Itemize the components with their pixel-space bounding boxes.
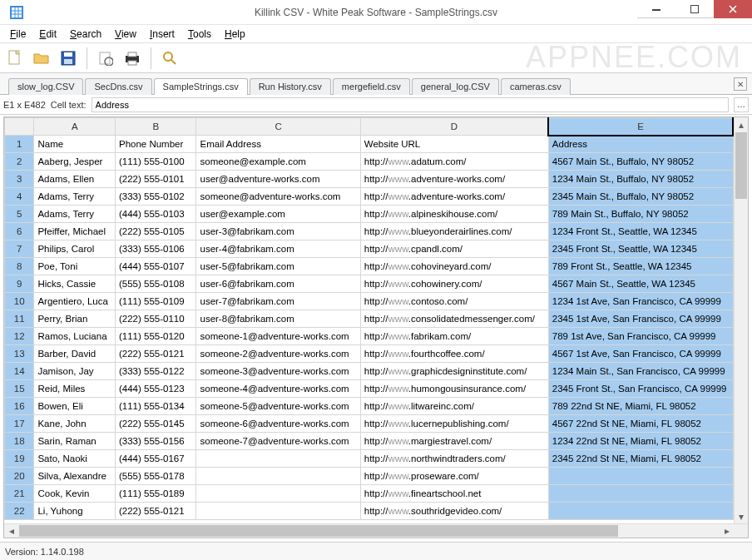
cell-text-input[interactable]: [92, 97, 729, 112]
cell[interactable]: Sarin, Raman: [34, 433, 116, 450]
cell[interactable]: user-8@fabrikam.com: [196, 310, 360, 328]
row-header[interactable]: 19: [5, 450, 34, 468]
cell[interactable]: http://www.northwindtraders.com/: [360, 450, 548, 468]
scroll-down-icon[interactable]: ▾: [735, 509, 748, 523]
column-header[interactable]: A: [34, 118, 116, 136]
cell[interactable]: http://www.cpandl.com/: [360, 240, 548, 258]
cell[interactable]: http://www.fourthcoffee.com/: [360, 345, 548, 363]
cell[interactable]: 4567 Main St., Seattle, WA 12345: [548, 275, 733, 293]
close-button[interactable]: [714, 0, 752, 18]
menu-insert[interactable]: Insert: [143, 27, 181, 42]
cell[interactable]: (111) 555-0120: [115, 328, 196, 345]
menu-file[interactable]: File: [3, 27, 32, 42]
column-header[interactable]: B: [115, 118, 196, 136]
cell[interactable]: someone@example.com: [196, 153, 360, 171]
cell[interactable]: Pfeiffer, Michael: [34, 223, 116, 240]
cell[interactable]: 1234 1st Ave, San Francisco, CA 99999: [548, 293, 733, 310]
save-button[interactable]: [57, 47, 80, 70]
cell[interactable]: user@example.com: [196, 206, 360, 223]
cell[interactable]: (222) 555-0121: [115, 345, 196, 363]
cell[interactable]: (222) 555-0110: [115, 310, 196, 328]
scroll-up-icon[interactable]: ▴: [735, 117, 748, 131]
file-tab[interactable]: general_log.CSV: [412, 78, 499, 95]
find-button[interactable]: [158, 47, 181, 70]
cell[interactable]: http://www.humongousinsurance.com/: [360, 380, 548, 398]
cell[interactable]: http://www.alpineskihouse.com/: [360, 206, 548, 223]
file-tab[interactable]: Run History.csv: [250, 78, 331, 95]
column-header[interactable]: C: [196, 118, 360, 136]
menu-help[interactable]: Help: [218, 27, 252, 42]
cell[interactable]: (555) 555-0178: [115, 468, 196, 485]
cell[interactable]: someone-3@adventure-works.com: [196, 363, 360, 380]
cell[interactable]: Li, Yuhong: [34, 503, 116, 520]
menu-edit[interactable]: Edit: [32, 27, 63, 42]
cell[interactable]: (555) 555-0108: [115, 275, 196, 293]
cell-bar-expand-button[interactable]: …: [734, 97, 749, 112]
scroll-right-icon[interactable]: ▸: [720, 524, 734, 538]
row-header[interactable]: 16: [5, 398, 34, 415]
cell[interactable]: 2345 22nd St NE, Miami, FL 98052: [548, 450, 733, 468]
cell[interactable]: (222) 555-0105: [115, 223, 196, 240]
horizontal-scrollbar[interactable]: ◂ ▸: [4, 523, 748, 538]
data-grid[interactable]: ABCDE 1NamePhone NumberEmail AddressWebs…: [4, 117, 734, 520]
cell[interactable]: 789 Main St., Buffalo, NY 98052: [548, 206, 733, 223]
file-tab[interactable]: cameras.csv: [501, 78, 571, 95]
row-header[interactable]: 4: [5, 188, 34, 206]
cell[interactable]: (222) 555-0121: [115, 503, 196, 520]
cell[interactable]: (111) 555-0134: [115, 398, 196, 415]
cell[interactable]: [196, 503, 360, 520]
cell[interactable]: Aaberg, Jesper: [34, 153, 116, 171]
cell[interactable]: http://www.adventure-works.com/: [360, 188, 548, 206]
cell[interactable]: http://www.graphicdesigninstitute.com/: [360, 363, 548, 380]
cell[interactable]: http://www.margiestravel.com/: [360, 433, 548, 450]
cell[interactable]: http://www.consolidatedmessenger.com/: [360, 310, 548, 328]
row-header[interactable]: 1: [5, 136, 34, 153]
cell[interactable]: [548, 485, 733, 503]
row-header[interactable]: 11: [5, 310, 34, 328]
cell[interactable]: (444) 555-0123: [115, 380, 196, 398]
cell[interactable]: Phone Number: [115, 136, 196, 153]
row-header[interactable]: 22: [5, 503, 34, 520]
cell[interactable]: http://www.litwareinc.com/: [360, 398, 548, 415]
row-header[interactable]: 21: [5, 485, 34, 503]
row-header[interactable]: 2: [5, 153, 34, 171]
menu-search[interactable]: Search: [63, 27, 108, 42]
column-header[interactable]: E: [548, 118, 733, 136]
cell[interactable]: 4567 1st Ave, San Francisco, CA 99999: [548, 345, 733, 363]
file-tab[interactable]: SecDns.csv: [85, 78, 151, 95]
cell[interactable]: (111) 555-0100: [115, 153, 196, 171]
vertical-scrollbar[interactable]: ▴ ▾: [734, 117, 748, 523]
scroll-left-icon[interactable]: ◂: [4, 524, 18, 538]
row-header[interactable]: 20: [5, 468, 34, 485]
new-file-button[interactable]: [3, 47, 27, 70]
cell[interactable]: http://www.fabrikam.com/: [360, 328, 548, 345]
cell[interactable]: someone-4@adventure-works.com: [196, 380, 360, 398]
cell[interactable]: (333) 555-0156: [115, 433, 196, 450]
cell[interactable]: (444) 555-0107: [115, 258, 196, 275]
file-tab[interactable]: SampleStrings.csv: [154, 78, 248, 95]
row-header[interactable]: 7: [5, 240, 34, 258]
scroll-thumb[interactable]: [735, 132, 747, 199]
cell[interactable]: 1234 Main St., San Francisco, CA 99999: [548, 363, 733, 380]
cell[interactable]: someone-1@adventure-works.com: [196, 328, 360, 345]
cell[interactable]: Adams, Terry: [34, 206, 116, 223]
cell[interactable]: 2345 Front St., San Francisco, CA 99999: [548, 380, 733, 398]
cell[interactable]: user@adventure-works.com: [196, 171, 360, 188]
cell[interactable]: http://www.southridgevideo.com/: [360, 503, 548, 520]
cell[interactable]: Ramos, Luciana: [34, 328, 116, 345]
cell[interactable]: Adams, Ellen: [34, 171, 116, 188]
cell[interactable]: Adams, Terry: [34, 188, 116, 206]
cell[interactable]: Kane, John: [34, 415, 116, 433]
cell[interactable]: (333) 555-0102: [115, 188, 196, 206]
cell[interactable]: someone@adventure-works.com: [196, 188, 360, 206]
cell[interactable]: user-5@fabrikam.com: [196, 258, 360, 275]
menu-view[interactable]: View: [108, 27, 143, 42]
cell[interactable]: Bowen, Eli: [34, 398, 116, 415]
cell[interactable]: Name: [34, 136, 116, 153]
cell[interactable]: Reid, Miles: [34, 380, 116, 398]
cell[interactable]: Silva, Alexandre: [34, 468, 116, 485]
cell[interactable]: http://www.cohovineyard.com/: [360, 258, 548, 275]
cell[interactable]: http://www.blueyonderairlines.com/: [360, 223, 548, 240]
file-tab[interactable]: mergefield.csv: [333, 78, 410, 95]
cell[interactable]: (333) 555-0106: [115, 240, 196, 258]
